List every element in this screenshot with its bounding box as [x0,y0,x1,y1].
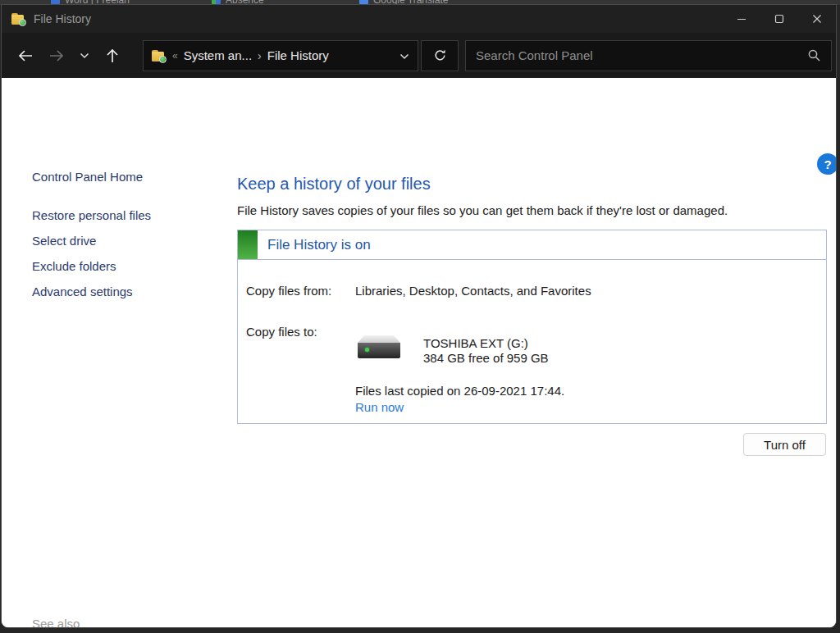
copy-to-label: Copy files to: [246,325,317,339]
search-icon[interactable] [807,48,821,62]
bookmark-favicon [212,0,221,5]
refresh-icon [433,48,447,62]
maximize-button[interactable] [760,5,798,33]
external-drive-icon [358,335,400,360]
maximize-icon [773,12,786,25]
recent-locations-button[interactable] [72,40,97,71]
file-history-details-panel: Copy files from: Libraries, Desktop, Con… [237,260,827,424]
navigation-bar: « System an... › File History [2,33,836,78]
turn-off-button[interactable]: Turn off [743,433,826,456]
bookmark-favicon [359,0,368,5]
chevron-down-icon [399,53,409,60]
breadcrumb-separator: › [258,49,262,62]
bookmark-favicon [51,0,60,5]
chevron-down-icon [80,52,89,59]
copy-from-value: Libraries, Desktop, Contacts, and Favori… [355,284,591,298]
status-on-indicator [238,230,258,259]
close-button[interactable] [798,5,836,33]
sidebar-item-exclude-folders[interactable]: Exclude folders [32,259,116,273]
run-now-link[interactable]: Run now [355,400,404,414]
close-icon [810,12,824,25]
sidebar-item-advanced-settings[interactable]: Advanced settings [32,285,133,298]
minimize-button[interactable] [723,5,760,33]
sidebar-item-select-drive[interactable]: Select drive [32,234,96,248]
search-box [465,40,832,71]
breadcrumb-item-system[interactable]: System an... [184,48,252,62]
refresh-button[interactable] [421,40,459,71]
forward-button[interactable] [41,40,72,71]
back-arrow-icon [17,48,34,63]
page-description: File History saves copies of your files … [237,203,728,217]
window-title: File History [34,12,91,25]
sidebar-item-restore-personal-files[interactable]: Restore personal files [32,208,151,222]
up-button[interactable] [97,40,128,71]
window-controls [723,5,836,33]
breadcrumb-overflow-icon[interactable]: « [172,50,178,61]
title-bar: File History [2,5,836,33]
up-arrow-icon [105,48,120,64]
drive-name: TOSHIBA EXT (G:) [423,336,528,350]
file-history-window: File History [2,5,836,627]
sidebar-item-control-panel-home[interactable]: Control Panel Home [32,170,143,184]
page-title: Keep a history of your files [237,175,431,194]
forward-arrow-icon [48,48,65,63]
minimize-icon [735,12,748,25]
address-dropdown-button[interactable] [399,48,409,63]
copy-from-label: Copy files from: [246,284,331,298]
file-history-app-icon [11,13,26,25]
back-button[interactable] [10,40,41,71]
help-button[interactable]: ? [817,153,836,175]
drive-led-indicator [365,348,369,352]
file-history-location-icon [152,50,167,61]
content-area: Control Panel Home Restore personal file… [2,78,836,627]
see-also-heading: See also [32,617,80,627]
file-history-status-banner: File History is on [237,230,827,260]
search-input[interactable] [476,48,807,62]
last-copied-text: Files last copied on 26-09-2021 17:44. [355,384,564,398]
breadcrumb-item-file-history[interactable]: File History [267,48,329,62]
drive-free-space: 384 GB free of 959 GB [423,351,549,365]
address-bar[interactable]: « System an... › File History [143,40,418,71]
status-label: File History is on [267,237,371,253]
